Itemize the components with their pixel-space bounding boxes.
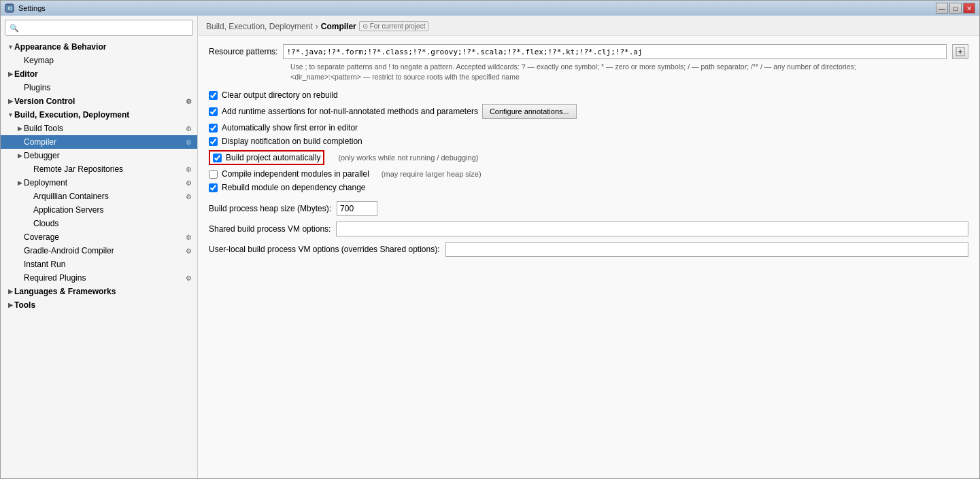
sidebar-item-tools[interactable]: ▶ Tools (1, 298, 197, 312)
shared-vm-label: Shared build process VM options: (209, 224, 331, 234)
expand-icon (16, 56, 24, 65)
shared-vm-row: Shared build process VM options: (209, 219, 968, 239)
hint-line1: Use ; to separate patterns and ! to nega… (290, 63, 856, 71)
sidebar-item-appearance[interactable]: ▾ Appearance & Behavior (1, 40, 197, 54)
shared-vm-input[interactable] (336, 221, 968, 236)
build-automatically-highlight: Build project automatically (209, 150, 324, 165)
project-badge-icon: ⊙ (362, 22, 368, 30)
sidebar-item-coverage[interactable]: Coverage ⚙ (1, 230, 197, 244)
sidebar-item-label: Coverage (24, 232, 184, 242)
rebuild-dependency-label[interactable]: Rebuild module on dependency change (222, 183, 366, 192)
close-button[interactable]: ✕ (963, 3, 975, 14)
sidebar-item-debugger[interactable]: ▶ Debugger (1, 149, 197, 162)
sidebar-item-compiler[interactable]: Compiler ⚙ (1, 135, 197, 149)
sidebar-item-label: Clouds (33, 219, 193, 228)
show-error-label[interactable]: Automatically show first error in editor (222, 123, 358, 132)
sidebar-item-label: Languages & Frameworks (14, 287, 193, 296)
sidebar-item-build-execution[interactable]: ▾ Build, Execution, Deployment (1, 108, 197, 122)
clear-output-checkbox[interactable] (209, 91, 218, 100)
maximize-button[interactable]: □ (949, 3, 962, 14)
expand-icon (16, 138, 24, 146)
expand-icon: ▶ (6, 301, 14, 309)
runtime-assertions-row: Add runtime assertions for not-null-anno… (209, 102, 968, 121)
display-notification-row: Display notification on build completion (209, 135, 968, 148)
breadcrumb-separator: › (316, 22, 318, 31)
search-input[interactable] (21, 24, 188, 32)
sidebar-item-arquillian[interactable]: Arquillian Containers ⚙ (1, 190, 197, 203)
sidebar-item-clouds[interactable]: Clouds (1, 217, 197, 230)
expand-icon: ▶ (6, 97, 14, 105)
expand-icon: ▶ (6, 287, 14, 296)
sidebar-item-label: Tools (14, 300, 193, 310)
expand-icon (25, 192, 33, 200)
expand-icon (16, 247, 24, 255)
user-vm-label: User-local build process VM options (ove… (209, 245, 440, 254)
compile-parallel-label[interactable]: Compile independent modules in parallel (222, 169, 369, 179)
sidebar-item-label: Remote Jar Repositories (33, 164, 184, 174)
svg-text:⚙: ⚙ (7, 5, 12, 12)
sidebar-item-label: Build Tools (24, 124, 184, 133)
sidebar-item-version-control[interactable]: ▶ Version Control ⚙ (1, 94, 197, 108)
expand-icon: ▶ (16, 179, 24, 187)
sidebar-item-label: Version Control (14, 96, 184, 106)
sidebar-item-instant-run[interactable]: Instant Run (1, 258, 197, 271)
settings-icon: ⚙ (184, 192, 193, 201)
search-icon: 🔍 (10, 24, 19, 33)
window-title: Settings (18, 4, 46, 12)
settings-window: ⚙ Settings — □ ✕ 🔍 ▾ Appearance & Behavi… (0, 0, 980, 479)
rebuild-dependency-checkbox[interactable] (209, 183, 218, 192)
add-runtime-checkbox[interactable] (209, 107, 218, 116)
expand-icon: ▾ (6, 111, 14, 119)
sidebar-item-languages[interactable]: ▶ Languages & Frameworks (1, 285, 197, 298)
settings-icon: ⚙ (184, 124, 193, 133)
display-notification-checkbox[interactable] (209, 137, 218, 146)
expand-icon (25, 219, 33, 228)
breadcrumb-parent: Build, Execution, Deployment (206, 22, 313, 31)
sidebar-item-application-servers[interactable]: Application Servers (1, 203, 197, 217)
sidebar-item-label: Application Servers (33, 205, 193, 215)
sidebar-item-deployment[interactable]: ▶ Deployment ⚙ (1, 176, 197, 190)
sidebar-item-remote-jar[interactable]: Remote Jar Repositories ⚙ (1, 162, 197, 176)
heap-size-input[interactable] (337, 201, 377, 216)
search-box[interactable]: 🔍 (5, 20, 193, 36)
sidebar-item-required-plugins[interactable]: Required Plugins ⚙ (1, 271, 197, 285)
build-automatically-checkbox[interactable] (213, 154, 222, 162)
expand-icon (25, 206, 33, 214)
page-header: Build, Execution, Deployment › Compiler … (198, 16, 979, 36)
expand-icon (25, 165, 33, 173)
build-automatically-note: (only works while not running / debuggin… (338, 154, 478, 162)
display-notification-label[interactable]: Display notification on build completion (222, 137, 362, 146)
sidebar-item-plugins[interactable]: Plugins (1, 81, 197, 94)
add-runtime-label[interactable]: Add runtime assertions for not-null-anno… (222, 107, 478, 116)
rebuild-dependency-row: Rebuild module on dependency change (209, 181, 968, 194)
sidebar-item-keymap[interactable]: Keymap (1, 54, 197, 67)
user-vm-input[interactable] (445, 242, 969, 257)
settings-icon: ⚙ (184, 178, 193, 188)
compile-parallel-checkbox[interactable] (209, 170, 218, 179)
resource-patterns-label: Resource patterns: (209, 47, 277, 56)
window-controls: — □ ✕ (936, 3, 975, 14)
expand-icon: ▾ (6, 43, 14, 51)
show-error-checkbox[interactable] (209, 124, 218, 132)
compile-parallel-row: Compile independent modules in parallel … (209, 167, 968, 181)
expand-icon (16, 260, 24, 268)
resource-patterns-input[interactable] (283, 44, 947, 59)
sidebar-item-editor[interactable]: ▶ Editor (1, 67, 197, 81)
sidebar-item-build-tools[interactable]: ▶ Build Tools ⚙ (1, 122, 197, 135)
clear-output-label[interactable]: Clear output directory on rebuild (222, 90, 338, 100)
configure-annotations-button[interactable]: Configure annotations... (482, 104, 577, 119)
resource-patterns-button[interactable] (952, 44, 968, 59)
heap-size-row: Build process heap size (Mbytes): (209, 198, 968, 219)
minimize-button[interactable]: — (936, 3, 948, 14)
settings-body: Resource patterns: Use ; to separate pat… (198, 36, 979, 478)
sidebar-item-label: Compiler (24, 137, 184, 147)
settings-icon: ⚙ (184, 96, 193, 106)
title-bar: ⚙ Settings — □ ✕ (1, 1, 979, 16)
build-automatically-label[interactable]: Build project automatically (226, 153, 320, 162)
clear-output-row: Clear output directory on rebuild (209, 88, 968, 102)
sidebar-item-label: Editor (14, 69, 193, 79)
expand-icon: ▶ (16, 152, 24, 160)
breadcrumb: Build, Execution, Deployment › Compiler … (206, 21, 971, 31)
build-automatically-row: Build project automatically (only works … (209, 150, 968, 165)
sidebar-item-gradle-android[interactable]: Gradle-Android Compiler ⚙ (1, 244, 197, 258)
